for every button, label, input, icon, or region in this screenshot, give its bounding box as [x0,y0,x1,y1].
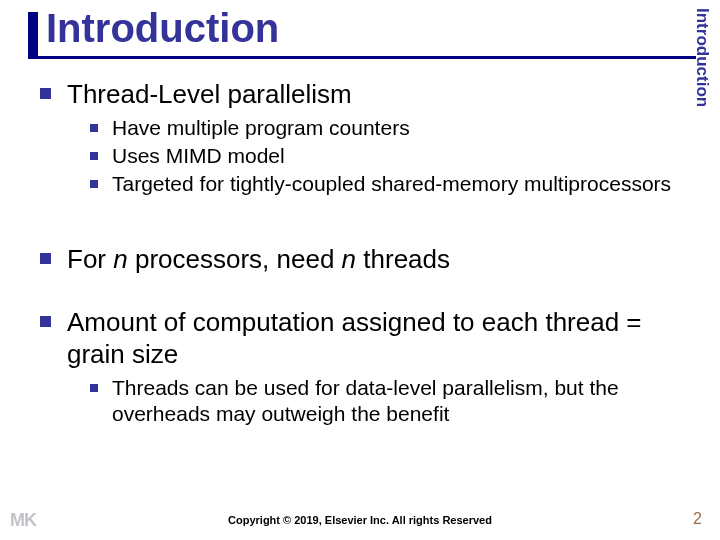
square-bullet-icon [90,384,98,392]
square-bullet-icon [40,316,51,327]
bullet-level2: Threads can be used for data-level paral… [90,375,680,428]
sub-bullet-group: Have multiple program counters Uses MIMD… [90,115,680,198]
bullet-level2: Targeted for tightly-coupled shared-memo… [90,171,680,197]
square-bullet-icon [90,152,98,160]
text-fragment: For [67,244,113,274]
copyright-text: Copyright © 2019, Elsevier Inc. All righ… [0,514,720,526]
slide-content: Thread-Level parallelism Have multiple p… [40,78,680,447]
title-bar: Introduction [28,12,696,59]
square-bullet-icon [40,253,51,264]
slide: Introduction Introduction Thread-Level p… [0,0,720,540]
bullet-level2: Have multiple program counters [90,115,680,141]
italic-n: n [342,244,356,274]
spacer [40,280,680,306]
bullet-level1: Amount of computation assigned to each t… [40,306,680,371]
bullet-text: Uses MIMD model [112,143,285,169]
bullet-text: Threads can be used for data-level paral… [112,375,680,428]
bullet-level1: For n processors, need n threads [40,243,680,276]
bullet-text: Have multiple program counters [112,115,410,141]
bullet-level2: Uses MIMD model [90,143,680,169]
slide-footer: MK Copyright © 2019, Elsevier Inc. All r… [0,504,720,534]
title-accent [28,12,38,59]
square-bullet-icon [40,88,51,99]
text-fragment: processors, need [128,244,342,274]
bullet-level1: Thread-Level parallelism [40,78,680,111]
section-side-label: Introduction [692,8,712,128]
bullet-text: Thread-Level parallelism [67,78,352,111]
bullet-text: Targeted for tightly-coupled shared-memo… [112,171,671,197]
italic-n: n [113,244,127,274]
square-bullet-icon [90,124,98,132]
square-bullet-icon [90,180,98,188]
bullet-text: Amount of computation assigned to each t… [67,306,680,371]
page-number: 2 [693,510,702,528]
text-fragment: threads [356,244,450,274]
spacer [40,217,680,243]
slide-title: Introduction [46,6,279,51]
bullet-text: For n processors, need n threads [67,243,450,276]
sub-bullet-group: Threads can be used for data-level paral… [90,375,680,428]
